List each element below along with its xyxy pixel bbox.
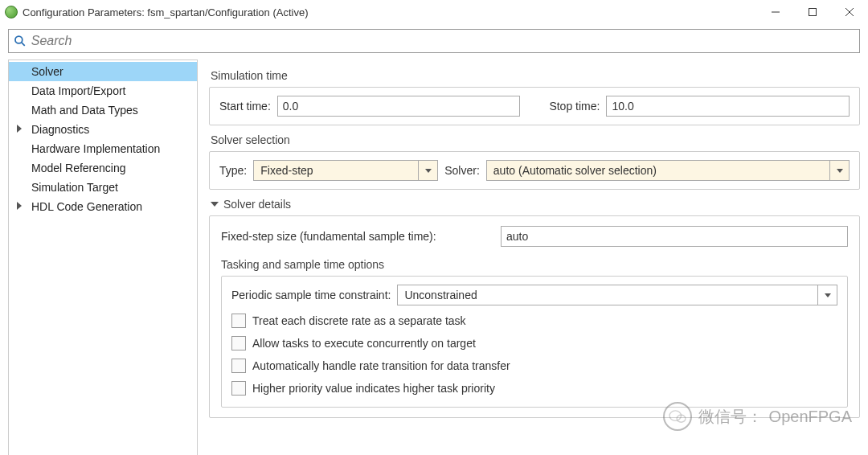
tasking-options-panel: Periodic sample time constraint: Unconst… bbox=[221, 276, 848, 408]
svg-point-1 bbox=[15, 36, 23, 43]
sidebar-item-label: Data Import/Export bbox=[31, 84, 126, 97]
sidebar: Solver Data Import/Export Math and Data … bbox=[8, 59, 198, 455]
search-icon bbox=[14, 35, 27, 47]
type-label: Type: bbox=[219, 164, 247, 177]
sidebar-item-math-data-types[interactable]: Math and Data Types bbox=[9, 100, 197, 120]
solver-selection-label: Solver selection bbox=[211, 133, 860, 146]
periodic-constraint-label: Periodic sample time constraint: bbox=[231, 289, 391, 301]
checkbox-label: Higher priority value indicates higher t… bbox=[252, 382, 495, 395]
sidebar-item-label: Solver bbox=[31, 65, 63, 78]
sidebar-item-hdl-code-generation[interactable]: HDL Code Generation bbox=[9, 197, 197, 216]
app-icon bbox=[5, 6, 18, 18]
checkbox-row-concurrent[interactable]: Allow tasks to execute concurrently on t… bbox=[231, 336, 837, 350]
search-bar[interactable] bbox=[8, 29, 860, 53]
type-dropdown[interactable]: Fixed-step bbox=[253, 160, 438, 181]
sidebar-item-solver[interactable]: Solver bbox=[9, 62, 197, 81]
checkbox-label: Automatically handle rate transition for… bbox=[252, 359, 510, 372]
sidebar-item-hardware-implementation[interactable]: Hardware Implementation bbox=[9, 139, 197, 158]
svg-rect-0 bbox=[809, 9, 817, 16]
sidebar-item-model-referencing[interactable]: Model Referencing bbox=[9, 158, 197, 178]
checkbox[interactable] bbox=[231, 314, 246, 328]
stop-time-label: Stop time: bbox=[549, 100, 600, 113]
maximize-icon bbox=[809, 8, 817, 16]
solver-details-disclosure[interactable]: Solver details bbox=[211, 198, 860, 211]
solver-details-label: Solver details bbox=[223, 198, 291, 211]
checkbox-row-separate-task[interactable]: Treat each discrete rate as a separate t… bbox=[231, 314, 837, 328]
close-icon bbox=[845, 8, 854, 16]
sidebar-item-label: Model Referencing bbox=[31, 162, 126, 174]
sidebar-item-label: Simulation Target bbox=[31, 181, 118, 194]
sidebar-item-simulation-target[interactable]: Simulation Target bbox=[9, 178, 197, 197]
checkbox-row-priority[interactable]: Higher priority value indicates higher t… bbox=[231, 381, 837, 396]
checkbox[interactable] bbox=[231, 359, 246, 373]
chevron-down-icon bbox=[211, 202, 219, 207]
sidebar-item-label: HDL Code Generation bbox=[31, 200, 142, 213]
minimize-icon bbox=[772, 8, 780, 16]
sidebar-item-label: Hardware Implementation bbox=[31, 142, 160, 155]
tasking-options-label: Tasking and sample time options bbox=[221, 258, 848, 271]
minimize-button[interactable] bbox=[757, 0, 794, 24]
solver-details-panel: Fixed-step size (fundamental sample time… bbox=[209, 215, 860, 418]
solver-selection-panel: Type: Fixed-step Solver: auto (Automatic… bbox=[209, 151, 860, 190]
solver-value: auto (Automatic solver selection) bbox=[487, 164, 829, 177]
start-time-input[interactable] bbox=[277, 96, 521, 117]
simulation-time-panel: Start time: Stop time: bbox=[209, 87, 860, 125]
title-bar: Configuration Parameters: fsm_spartan/Co… bbox=[0, 0, 868, 24]
sidebar-item-label: Diagnostics bbox=[31, 123, 89, 136]
checkbox[interactable] bbox=[231, 381, 246, 396]
chevron-down-icon bbox=[829, 161, 849, 180]
simulation-time-label: Simulation time bbox=[211, 69, 860, 82]
close-button[interactable] bbox=[831, 0, 868, 24]
solver-dropdown[interactable]: auto (Automatic solver selection) bbox=[486, 160, 850, 181]
checkbox-row-rate-transition[interactable]: Automatically handle rate transition for… bbox=[231, 359, 837, 373]
maximize-button[interactable] bbox=[794, 0, 831, 24]
checkbox[interactable] bbox=[231, 336, 246, 350]
sidebar-item-data-import-export[interactable]: Data Import/Export bbox=[9, 81, 197, 100]
chevron-right-icon bbox=[17, 125, 22, 133]
sidebar-item-label: Math and Data Types bbox=[31, 104, 138, 117]
stop-time-input[interactable] bbox=[606, 96, 850, 117]
content-pane: Simulation time Start time: Stop time: S… bbox=[198, 59, 860, 455]
solver-label: Solver: bbox=[444, 164, 480, 177]
checkbox-label: Allow tasks to execute concurrently on t… bbox=[252, 337, 476, 350]
fixed-step-size-label: Fixed-step size (fundamental sample time… bbox=[221, 230, 494, 243]
search-input[interactable] bbox=[30, 33, 854, 49]
start-time-label: Start time: bbox=[219, 100, 271, 113]
periodic-constraint-dropdown[interactable]: Unconstrained bbox=[397, 285, 837, 305]
checkbox-label: Treat each discrete rate as a separate t… bbox=[252, 314, 466, 327]
type-value: Fixed-step bbox=[254, 164, 418, 177]
sidebar-item-diagnostics[interactable]: Diagnostics bbox=[9, 120, 197, 139]
window-title: Configuration Parameters: fsm_spartan/Co… bbox=[23, 6, 309, 18]
chevron-right-icon bbox=[17, 202, 22, 210]
fixed-step-size-input[interactable] bbox=[501, 226, 848, 247]
periodic-constraint-value: Unconstrained bbox=[398, 289, 817, 301]
chevron-down-icon bbox=[418, 161, 437, 180]
chevron-down-icon bbox=[817, 285, 837, 305]
